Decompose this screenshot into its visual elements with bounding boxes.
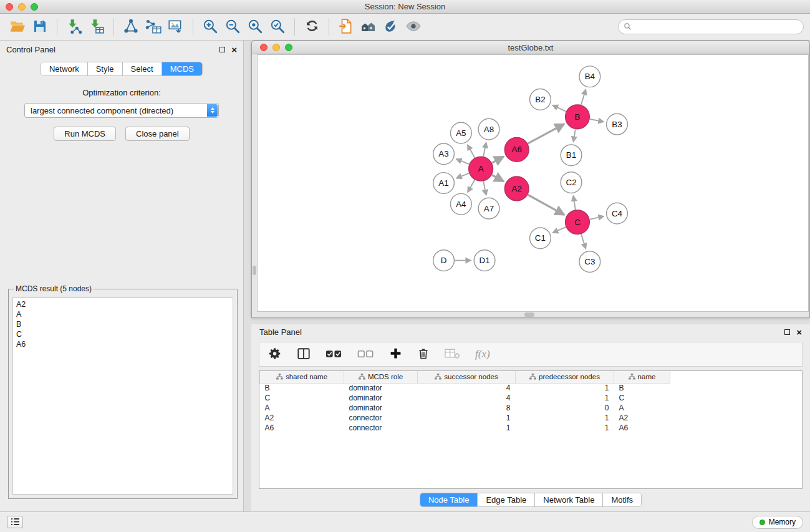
column-header-name[interactable]: name	[614, 371, 670, 383]
zoom-out-button[interactable]	[221, 16, 244, 38]
network-edge[interactable]	[581, 90, 586, 105]
add-column-button[interactable]	[389, 347, 402, 362]
table-cell[interactable]: 0	[516, 403, 614, 413]
float-table-panel-icon[interactable]	[784, 329, 790, 335]
network-node[interactable]: D	[433, 250, 455, 271]
network-node[interactable]: C3	[579, 251, 600, 273]
home-button[interactable]	[357, 16, 380, 38]
network-edge[interactable]	[573, 196, 575, 210]
close-panel-icon[interactable]: ×	[231, 45, 237, 54]
export-image-button[interactable]	[165, 16, 187, 38]
mcds-result-list[interactable]: A2ABCA6	[12, 297, 233, 495]
zoom-selected-button[interactable]	[266, 16, 289, 38]
network-window-titlebar[interactable]: testGlobe.txt	[252, 41, 809, 54]
table-cell[interactable]: A6	[614, 423, 670, 433]
table-cell[interactable]: dominator	[344, 393, 418, 403]
table-cell[interactable]: 1	[516, 423, 614, 433]
tab-style[interactable]: Style	[88, 62, 123, 75]
network-edge[interactable]	[528, 195, 564, 215]
tab-mcds[interactable]: MCDS	[162, 62, 202, 75]
tab-select[interactable]: Select	[123, 62, 162, 75]
network-edge[interactable]	[468, 180, 475, 192]
tab-network[interactable]: Network	[41, 62, 88, 75]
network-edge[interactable]	[574, 129, 576, 142]
table-settings-button[interactable]	[268, 347, 282, 362]
tab-node-table[interactable]: Node Table	[420, 493, 478, 506]
table-cell[interactable]: dominator	[344, 403, 418, 413]
apply-layout-button[interactable]	[301, 16, 323, 38]
zoom-in-button[interactable]	[199, 16, 221, 38]
network-edge[interactable]	[528, 124, 564, 143]
float-panel-icon[interactable]	[219, 47, 225, 52]
table-cell[interactable]: 1	[516, 383, 614, 393]
delete-table-button[interactable]	[445, 347, 460, 362]
table-cell[interactable]: 1	[516, 393, 614, 403]
table-cell[interactable]: A2	[614, 413, 670, 423]
network-node[interactable]: A3	[433, 143, 455, 165]
network-node[interactable]: B1	[561, 145, 582, 166]
select-all-button[interactable]	[325, 348, 342, 361]
show-columns-button[interactable]	[297, 347, 311, 362]
table-cell[interactable]: 1	[418, 423, 516, 433]
network-edge[interactable]	[590, 216, 604, 220]
column-header-predecessor-nodes[interactable]: predecessor nodes	[516, 371, 614, 383]
table-cell[interactable]: connector	[344, 413, 418, 423]
table-cell[interactable]: dominator	[344, 383, 418, 393]
network-node[interactable]: C2	[561, 172, 582, 193]
horizontal-scrollbar-thumb[interactable]	[524, 312, 534, 317]
network-edge[interactable]	[581, 235, 586, 249]
table-cell[interactable]: C	[614, 393, 670, 403]
network-node[interactable]: B3	[607, 114, 628, 135]
network-node[interactable]: A7	[478, 198, 499, 219]
table-row[interactable]: Cdominator41C	[260, 393, 670, 403]
network-edge[interactable]	[483, 181, 486, 195]
table-cell[interactable]: connector	[344, 423, 418, 433]
column-header-shared-name[interactable]: shared name	[260, 371, 344, 383]
style-check-button[interactable]	[380, 16, 402, 38]
deselect-all-button[interactable]	[357, 348, 374, 361]
export-network-button[interactable]	[335, 16, 357, 38]
tab-network-table[interactable]: Network Table	[535, 493, 603, 506]
table-row[interactable]: Bdominator41B	[260, 383, 670, 393]
network-node[interactable]: B2	[530, 89, 551, 110]
table-row[interactable]: Adominator80A	[260, 403, 670, 413]
network-edge[interactable]	[552, 105, 566, 112]
network-edge[interactable]	[492, 175, 503, 181]
network-edge[interactable]	[456, 173, 469, 178]
network-close-button[interactable]	[260, 44, 268, 51]
network-canvas[interactable]: B4B2BB3A5A8A6B1A3AA1C2A2A4A7C4C1CC3DD1	[257, 54, 809, 312]
network-edge[interactable]	[590, 119, 604, 122]
network-node[interactable]: C4	[607, 203, 628, 224]
network-node[interactable]: A2	[504, 177, 529, 201]
status-menu-button[interactable]	[7, 516, 23, 528]
zoom-fit-button[interactable]	[244, 16, 266, 38]
vertical-scrollbar-thumb[interactable]	[253, 266, 256, 275]
network-edge[interactable]	[456, 159, 469, 164]
network-table-button[interactable]	[142, 16, 165, 38]
minimize-window-button[interactable]	[18, 3, 26, 11]
search-input[interactable]	[618, 19, 804, 34]
network-node[interactable]: A	[469, 157, 493, 181]
tab-motifs[interactable]: Motifs	[603, 493, 641, 506]
maximize-window-button[interactable]	[31, 3, 38, 11]
table-cell[interactable]: A2	[260, 413, 344, 423]
network-node[interactable]: A1	[433, 173, 455, 194]
network-maximize-button[interactable]	[285, 44, 292, 51]
network-node[interactable]: D1	[474, 250, 495, 271]
network-node[interactable]: A8	[478, 118, 499, 140]
save-session-button[interactable]	[29, 16, 51, 38]
tab-edge-table[interactable]: Edge Table	[478, 493, 535, 506]
new-network-button[interactable]	[120, 16, 142, 38]
network-node[interactable]: B4	[579, 66, 600, 87]
memory-button[interactable]: Memory	[752, 516, 803, 529]
table-row[interactable]: A6connector11A6	[260, 423, 670, 433]
show-hide-button[interactable]	[402, 16, 425, 38]
close-table-panel-icon[interactable]: ×	[796, 327, 802, 337]
close-panel-button[interactable]: Close panel	[125, 127, 190, 141]
network-node[interactable]: C1	[530, 228, 551, 249]
table-cell[interactable]: A	[614, 403, 670, 413]
table-cell[interactable]: 8	[418, 403, 516, 413]
import-table-button[interactable]	[85, 16, 108, 38]
table-cell[interactable]: B	[260, 383, 344, 393]
delete-column-button[interactable]	[417, 347, 430, 362]
